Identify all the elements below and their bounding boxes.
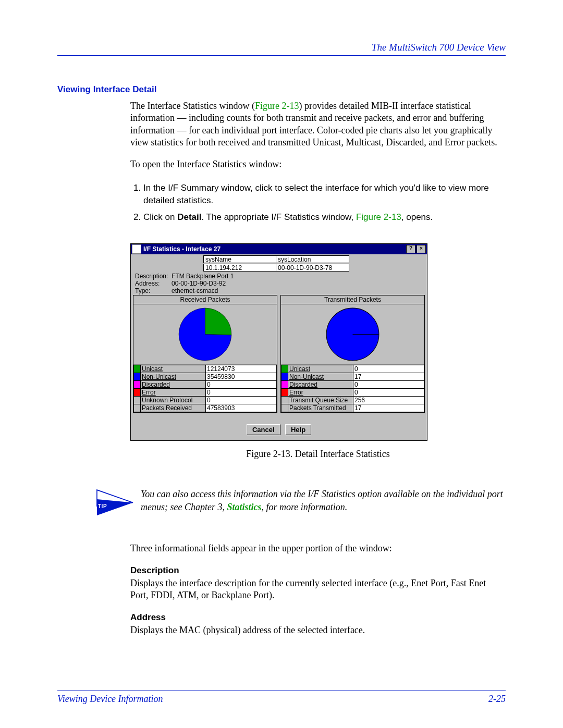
panel-title: Received Packets [133, 295, 277, 304]
color-swatch [282, 397, 288, 404]
stat-label: Unknown Protocol [141, 397, 206, 404]
text: . The appropriate I/F Statistics window, [201, 212, 356, 222]
step-item: In the I/F Summary window, click to sele… [143, 180, 506, 209]
stat-value: 0 [206, 381, 277, 389]
figure-caption: Figure 2-13. Detail Interface Statistics [130, 449, 506, 460]
stat-label: Packets Received [141, 404, 206, 412]
table-row: Discarded0 [282, 381, 424, 389]
address-body: Displays the MAC (physical) address of t… [130, 624, 506, 636]
stat-value: 0 [353, 381, 424, 389]
step-item: Click on Detail. The appropriate I/F Sta… [143, 209, 506, 226]
table-row: Unicast12124073 [134, 365, 277, 373]
table-row: Discarded0 [134, 381, 277, 389]
if-statistics-dialog: I/F Statistics - Interface 27 ? × sysNam… [130, 243, 427, 441]
footer-left: Viewing Device Information [57, 694, 163, 705]
figure-ref-link[interactable]: Figure 2-13 [255, 101, 299, 111]
stat-value: 35459830 [206, 373, 277, 381]
description-value: FTM Backplane Port 1 [172, 273, 234, 280]
cancel-button[interactable]: Cancel [247, 424, 280, 435]
section-heading: Viewing Interface Detail [57, 84, 506, 95]
paragraph-open: To open the Interface Statistics window: [130, 158, 506, 170]
help-button[interactable]: Help [285, 424, 311, 435]
stat-label: Discarded [141, 381, 206, 389]
table-row: Error0 [134, 389, 277, 397]
color-swatch [282, 381, 288, 389]
stat-label: Error [288, 389, 353, 397]
tip-text: , for more information. [262, 502, 348, 512]
steps-list: In the I/F Summary window, click to sele… [130, 180, 506, 225]
color-swatch [134, 389, 141, 397]
titlebar[interactable]: I/F Statistics - Interface 27 ? × [131, 244, 427, 254]
stat-label: Non-Unicast [288, 373, 353, 381]
transmitted-pie-chart [325, 307, 380, 362]
help-icon[interactable]: ? [406, 245, 415, 253]
color-swatch [134, 373, 141, 381]
description-label: Description: [135, 273, 172, 280]
mac-value: 00-00-1D-90-D3-78 [276, 264, 349, 272]
stat-label: Unicast [141, 365, 206, 373]
tip-label: TIP [98, 503, 107, 509]
text: The Interface Statistics window ( [130, 101, 255, 111]
app-icon [132, 244, 141, 254]
received-pie-chart [178, 307, 232, 362]
stat-value: 17 [353, 404, 424, 412]
text: , opens. [401, 212, 433, 222]
type-value: ethernet-csmacd [172, 287, 218, 294]
received-stats-table: Unicast12124073Non-Unicast35459830Discar… [133, 365, 277, 412]
description-heading: Description [130, 565, 506, 576]
color-swatch [282, 373, 288, 381]
tip-icon: TIP [94, 486, 141, 522]
stat-label: Packets Transmitted [288, 404, 353, 412]
address-label: Address: [135, 280, 172, 287]
panel-title: Transmitted Packets [281, 295, 424, 304]
stat-value: 0 [206, 397, 277, 404]
paragraph-intro: The Interface Statistics window (Figure … [130, 100, 506, 149]
window-title: I/F Statistics - Interface 27 [143, 245, 406, 253]
table-row: Non-Unicast17 [282, 373, 424, 381]
stat-label: Unicast [288, 365, 353, 373]
color-swatch [134, 381, 141, 389]
stat-label: Error [141, 389, 206, 397]
table-row: Packets Received47583903 [134, 404, 277, 412]
stat-label: Discarded [288, 381, 353, 389]
transmitted-packets-panel: Transmitted Packets Unicast0Non-Unicast1… [280, 295, 425, 413]
page-footer: Viewing Device Information 2-25 [57, 690, 506, 705]
sysname-label: sysName [203, 255, 276, 263]
color-swatch [282, 365, 288, 373]
color-swatch [282, 404, 288, 412]
table-row: Packets Transmitted17 [282, 404, 424, 412]
color-swatch [134, 365, 141, 373]
stat-value: 0 [206, 389, 277, 397]
stat-value: 256 [353, 397, 424, 404]
stat-value: 47583903 [206, 404, 277, 412]
address-heading: Address [130, 612, 506, 623]
bold-text: Detail [177, 212, 201, 222]
stat-value: 17 [353, 373, 424, 381]
stat-value: 0 [353, 389, 424, 397]
statistics-link[interactable]: Statistics [227, 502, 261, 512]
ip-value: 10.1.194.212 [203, 264, 276, 272]
close-icon[interactable]: × [417, 245, 426, 253]
table-row: Error0 [282, 389, 424, 397]
page-number: 2-25 [488, 694, 506, 705]
table-row: Unknown Protocol0 [134, 397, 277, 404]
table-row: Non-Unicast35459830 [134, 373, 277, 381]
tip-block: TIP You can also access this information… [94, 486, 506, 522]
table-row: Transmit Queue Size256 [282, 397, 424, 404]
color-swatch [134, 397, 141, 404]
address-value: 00-00-1D-90-D3-92 [172, 280, 226, 287]
page-header: The MultiSwitch 700 Device View [57, 42, 506, 56]
received-packets-panel: Received Packets Unicast12124073Non-Unic… [133, 295, 277, 413]
paragraph-fields: Three informational fields appear in the… [130, 542, 506, 554]
transmitted-stats-table: Unicast0Non-Unicast17Discarded0Error0Tra… [281, 365, 424, 412]
stat-label: Transmit Queue Size [288, 397, 353, 404]
stat-label: Non-Unicast [141, 373, 206, 381]
color-swatch [282, 389, 288, 397]
color-swatch [134, 404, 141, 412]
type-label: Type: [135, 287, 172, 294]
stat-value: 12124073 [206, 365, 277, 373]
description-body: Displays the interface description for t… [130, 577, 506, 602]
table-row: Unicast0 [282, 365, 424, 373]
text: Click on [143, 212, 177, 222]
figure-ref-link[interactable]: Figure 2-13 [356, 212, 401, 222]
